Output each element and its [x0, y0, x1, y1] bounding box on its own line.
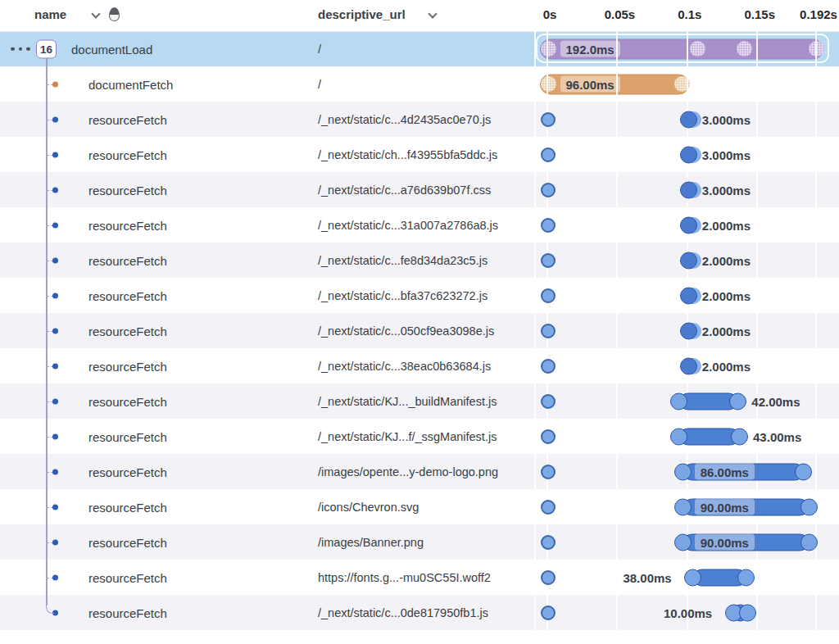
span-kind-dot: [52, 539, 58, 545]
descriptive-url-column-header[interactable]: descriptive_url: [318, 7, 406, 21]
axis-tick-label: 0s: [543, 7, 557, 21]
duration-label: 90.00ms: [695, 499, 755, 515]
span-url: /_next/static/c...4d2435ac0e70.js: [318, 113, 491, 126]
span-url: /icons/Chevron.svg: [318, 501, 419, 514]
span-url: /_next/static/c...bfa37c623272.js: [318, 289, 488, 302]
span-row[interactable]: resourceFetch /_next/static/c...fe8d34da…: [0, 243, 839, 278]
span-name: documentFetch: [88, 77, 173, 91]
span-start-marker: [541, 429, 556, 444]
name-column-header[interactable]: name: [34, 7, 66, 21]
span-kind-dot: [52, 293, 58, 298]
chevron-down-icon[interactable]: [91, 9, 100, 18]
span-row[interactable]: resourceFetch /_next/static/KJ...f/_ssgM…: [0, 419, 839, 454]
span-row[interactable]: resourceFetch /images/Banner.png 90.00ms: [0, 524, 839, 560]
span-event-dot: [690, 41, 705, 57]
span-name: resourceFetch: [88, 465, 167, 478]
egg-icon[interactable]: [109, 7, 120, 21]
span-duration-bar[interactable]: 90.00ms: [683, 533, 810, 551]
span-name: resourceFetch: [88, 570, 167, 584]
span-row[interactable]: resourceFetch /images/opente...y-demo-lo…: [0, 454, 839, 489]
span-start-marker: [541, 324, 556, 338]
span-url: /_next/static/c...31a007a2786a8.js: [318, 219, 498, 232]
span-endpoint-circle: [737, 569, 755, 586]
span-name: resourceFetch: [88, 394, 167, 408]
span-start-marker: [541, 288, 556, 303]
span-url: /: [318, 78, 321, 91]
duration-label: 3.000ms: [702, 112, 751, 126]
span-url: /images/Banner.png: [318, 536, 424, 549]
span-kind-dot: [52, 433, 58, 439]
span-row[interactable]: documentLoad / 16192.0ms: [0, 31, 839, 66]
span-endpoint-circle: [800, 533, 818, 551]
span-endpoint-circle: [674, 533, 692, 551]
row-menu-button[interactable]: [11, 47, 30, 51]
span-name: resourceFetch: [88, 112, 167, 126]
trace-waterfall-view: name descriptive_url 0s0.05s0.1s0.15s0.1…: [0, 0, 839, 644]
span-url: /: [318, 43, 321, 56]
duration-label: 3.000ms: [702, 183, 751, 197]
duration-label: 2.000ms: [702, 288, 751, 302]
span-row[interactable]: resourceFetch /_next/static/c...bfa37c62…: [0, 278, 839, 313]
span-kind-dot: [52, 222, 58, 228]
span-duration-bar[interactable]: [680, 252, 697, 269]
span-endpoint-circle: [739, 604, 756, 621]
span-endpoint-circle: [670, 392, 687, 410]
duration-label: 86.00ms: [695, 464, 755, 480]
span-event-dot: [541, 41, 556, 57]
span-duration-bar[interactable]: [680, 287, 697, 304]
span-row[interactable]: resourceFetch /_next/static/c...31a007a2…: [0, 207, 839, 243]
span-duration-bar[interactable]: 86.00ms: [683, 463, 804, 480]
span-start-marker: [541, 253, 556, 268]
span-duration-bar[interactable]: [680, 216, 697, 234]
span-start-marker: [541, 465, 556, 479]
span-duration-bar[interactable]: [680, 357, 697, 374]
span-endpoint-circle: [800, 498, 818, 515]
chevron-down-icon[interactable]: [428, 9, 437, 18]
duration-label: 96.00ms: [560, 76, 620, 93]
span-url: /_next/static/c...a76d639b07f.css: [318, 184, 491, 197]
span-row[interactable]: resourceFetch /_next/static/c...0de81795…: [0, 595, 839, 630]
span-row[interactable]: resourceFetch /_next/static/ch...f43955b…: [0, 137, 839, 172]
duration-label: 2.000ms: [702, 218, 751, 232]
span-kind-dot: [52, 363, 58, 369]
span-row[interactable]: resourceFetch /_next/static/c...050cf9ea…: [0, 313, 839, 348]
axis-tick-label: 0.15s: [744, 7, 775, 21]
span-start-marker: [541, 535, 556, 550]
span-duration-bar[interactable]: [680, 322, 697, 339]
span-kind-dot: [52, 398, 58, 404]
span-name: resourceFetch: [88, 288, 167, 302]
duration-label: 3.000ms: [702, 147, 751, 161]
span-kind-dot: [52, 116, 58, 122]
span-duration-bar[interactable]: [680, 111, 697, 128]
span-kind-dot: [52, 328, 58, 333]
span-rows: documentLoad / 16192.0ms documentFetch /…: [0, 31, 839, 630]
span-row[interactable]: resourceFetch https://fonts.g...-mu0SC55…: [0, 560, 839, 595]
span-duration-bar[interactable]: 90.00ms: [683, 498, 810, 515]
span-kind-dot: [52, 81, 58, 87]
span-event-dot: [541, 76, 556, 92]
span-start-marker: [541, 183, 556, 197]
span-duration-bar[interactable]: [680, 146, 697, 163]
table-header: name descriptive_url 0s0.05s0.1s0.15s0.1…: [0, 0, 839, 32]
span-endpoint-circle: [684, 569, 701, 586]
span-event-dot: [809, 41, 824, 57]
span-row[interactable]: documentFetch / 96.00ms: [0, 66, 839, 102]
span-name: resourceFetch: [88, 359, 167, 373]
span-name: resourceFetch: [88, 183, 167, 197]
span-url: /_next/static/KJ..._buildManifest.js: [318, 395, 497, 408]
span-row[interactable]: resourceFetch /_next/static/c...a76d639b…: [0, 172, 839, 207]
span-row[interactable]: resourceFetch /_next/static/c...38eac0b6…: [0, 348, 839, 383]
axis-tick-label: 0.1s: [678, 7, 701, 21]
child-count-badge[interactable]: 16: [36, 39, 57, 58]
span-row[interactable]: resourceFetch /_next/static/c...4d2435ac…: [0, 102, 839, 137]
span-duration-bar[interactable]: 192.0ms: [540, 39, 824, 59]
span-row[interactable]: resourceFetch /icons/Chevron.svg 90.00ms: [0, 489, 839, 524]
span-duration-bar[interactable]: 96.00ms: [540, 74, 690, 94]
span-duration-bar[interactable]: [680, 181, 697, 198]
span-kind-dot: [52, 574, 58, 580]
span-endpoint-circle: [795, 463, 812, 480]
span-row[interactable]: resourceFetch /_next/static/KJ..._buildM…: [0, 383, 839, 419]
span-kind-dot: [52, 187, 58, 193]
span-endpoint-circle: [674, 498, 692, 515]
span-event-dot: [737, 41, 752, 57]
